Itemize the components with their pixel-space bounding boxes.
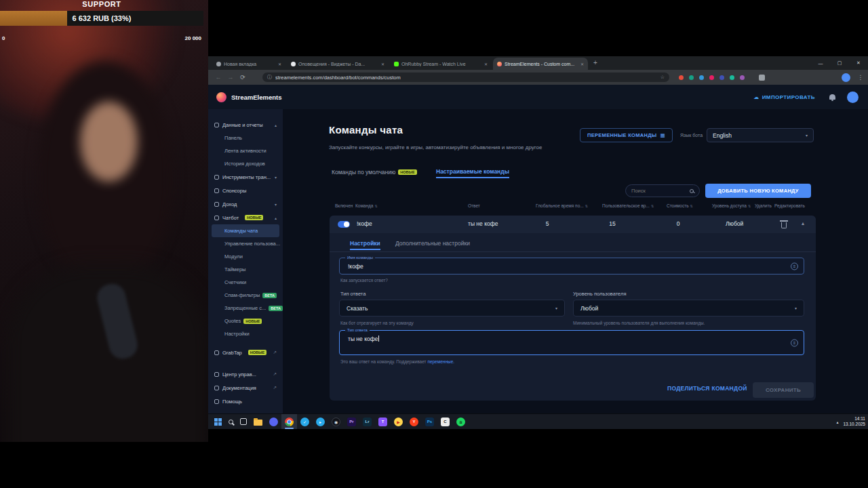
sidebar-item-grabtap[interactable]: GrabTap НОВЫЕ ↗ xyxy=(208,346,283,359)
delete-icon[interactable] xyxy=(781,222,787,228)
browser-tab-alerts[interactable]: Оповещения - Виджеты - Da... ✕ xyxy=(287,58,389,70)
command-response-field[interactable]: Тип ответа ты не кофе ≡ xyxy=(339,330,804,355)
extensions-menu-icon[interactable] xyxy=(759,75,765,81)
obs-button[interactable]: ◉ xyxy=(328,414,344,429)
sidebar-item-counters[interactable]: Счетчики xyxy=(208,276,283,289)
sidebar-item-timers[interactable]: Таймеры xyxy=(208,263,283,276)
lightroom-button[interactable]: Lr xyxy=(359,414,375,429)
column-header-access-level[interactable]: Уровень доступа⇅ xyxy=(712,203,751,208)
telegram-button[interactable]: ▸ xyxy=(313,414,328,429)
notifications-bell-icon[interactable] xyxy=(829,94,835,100)
bookmark-star-icon[interactable]: ☆ xyxy=(660,75,665,80)
variables-link[interactable]: переменные. xyxy=(427,359,454,364)
tab-close-icon[interactable]: ✕ xyxy=(381,62,384,66)
extension-icon[interactable] xyxy=(689,75,694,80)
tab-custom-commands[interactable]: Настраиваемые команды xyxy=(436,166,509,178)
twitch-button[interactable]: T xyxy=(375,414,391,429)
variables-commands-button[interactable]: ПЕРЕМЕННЫЕ КОМАНДЫ ▦ xyxy=(580,128,673,142)
hidden-icons-chevron[interactable]: ▴ xyxy=(836,420,838,424)
taskbar-search-button[interactable] xyxy=(225,414,237,429)
window-minimize-button[interactable]: — xyxy=(811,56,830,70)
file-explorer-button[interactable] xyxy=(250,414,266,429)
spotify-icon: ≋ xyxy=(456,418,465,426)
tab-default-commands[interactable]: Команды по умолчанию НОВЫЕ xyxy=(332,166,417,178)
browser-tab-newtab[interactable]: Новая вкладка ✕ xyxy=(212,58,285,70)
sidebar-item-sponsors[interactable]: Спонсоры xyxy=(208,184,283,197)
column-header-command[interactable]: Команда⇅ xyxy=(355,203,378,208)
tab-close-icon[interactable]: ✕ xyxy=(484,62,488,66)
sidebar-item-user-management[interactable]: Управление пользова... xyxy=(208,237,283,250)
browser-menu-icon[interactable]: ⋮ xyxy=(854,74,867,81)
sidebar-item-modules[interactable]: Модули xyxy=(208,250,283,263)
window-maximize-button[interactable]: ▢ xyxy=(830,56,849,70)
editor-tab-advanced[interactable]: Дополнительные настройки xyxy=(395,240,470,247)
extension-icon[interactable] xyxy=(709,75,714,80)
site-info-icon[interactable]: ⓘ xyxy=(267,74,272,81)
user-avatar[interactable] xyxy=(847,92,859,103)
photoshop-button[interactable]: Ps xyxy=(422,414,437,429)
add-command-button[interactable]: ДОБАВИТЬ НОВУЮ КОМАНДУ xyxy=(705,184,811,198)
tab-close-icon[interactable]: ✕ xyxy=(278,62,281,66)
command-row[interactable]: !кофе ты не кофе 5 15 0 Любой ▴ xyxy=(330,216,816,233)
collapse-row-icon[interactable]: ▴ xyxy=(802,220,804,226)
sidebar-item-banned-words[interactable]: Запрещенные с... БЕТА xyxy=(208,302,283,314)
reload-icon[interactable]: ⟳ xyxy=(237,74,249,81)
extension-icon[interactable] xyxy=(699,75,704,80)
commands-search[interactable] xyxy=(625,184,700,197)
import-button[interactable]: ☁ ИМПОРТИРОВАТЬ xyxy=(753,94,815,100)
task-view-button[interactable] xyxy=(237,414,250,429)
sidebar-item-revenue-history[interactable]: История доходов xyxy=(208,157,283,170)
insert-variable-icon[interactable]: ≡ xyxy=(791,262,798,270)
search-input[interactable] xyxy=(631,188,687,194)
sidebar-label: Инструменты тран... xyxy=(222,174,271,180)
extension-icon[interactable] xyxy=(730,75,734,80)
capcut-button[interactable]: C xyxy=(437,414,453,429)
sidebar-item-spam-filters[interactable]: Спам-фильтры БЕТА xyxy=(208,289,283,302)
chrome-button[interactable] xyxy=(281,414,297,429)
sidebar-item-docs[interactable]: Документация ↗ xyxy=(208,381,283,394)
sidebar-item-control-center[interactable]: Центр управ... ↗ xyxy=(208,367,283,381)
sidebar-item-stream-tools[interactable]: Инструменты тран... ▾ xyxy=(208,170,283,184)
editor-tab-settings[interactable]: Настройки xyxy=(350,240,380,250)
bot-language-select[interactable]: English ▾ xyxy=(707,128,814,142)
sidebar-item-chatbot[interactable]: Чатбот НОВЫЕ ▴ xyxy=(208,211,283,224)
back-icon[interactable]: ← xyxy=(212,74,224,81)
start-button[interactable] xyxy=(211,414,225,429)
window-close-button[interactable]: ✕ xyxy=(849,56,868,70)
sidebar-item-data-reports[interactable]: Данные и отчеты ▴ xyxy=(208,118,283,131)
reply-type-select[interactable]: Сказать ▾ xyxy=(339,300,565,317)
command-enabled-toggle[interactable] xyxy=(338,221,350,228)
taskbar-clock[interactable]: 14:11 13.10.2025 xyxy=(843,416,865,427)
premiere-button[interactable]: Pr xyxy=(344,414,359,429)
sidebar-item-quotes[interactable]: Quotes НОВЫЕ xyxy=(208,314,283,327)
sidebar-item-panel[interactable]: Панель xyxy=(208,131,283,144)
extension-icon[interactable] xyxy=(679,75,684,80)
sidebar-item-help[interactable]: Помощь xyxy=(208,394,283,408)
save-button[interactable]: СОХРАНИТЬ xyxy=(753,382,814,398)
column-header-user-cooldown[interactable]: Пользовательское вр...⇅ xyxy=(602,203,654,208)
music-button[interactable]: ▶ xyxy=(391,414,406,429)
sidebar-item-activity-feed[interactable]: Лента активности xyxy=(208,144,283,157)
discord-button[interactable] xyxy=(266,414,281,429)
command-name-field[interactable]: Имя команды !кофе ≡ xyxy=(339,258,804,274)
extension-icon[interactable] xyxy=(740,75,745,80)
browser-tab-stream[interactable]: OhRubby Stream - Watch Live ✕ xyxy=(390,58,492,70)
share-command-button[interactable]: ПОДЕЛИТЬСЯ КОМАНДОЙ xyxy=(667,385,747,392)
extension-icon[interactable] xyxy=(719,75,724,80)
spotify-button[interactable]: ≋ xyxy=(453,414,469,429)
user-level-select[interactable]: Любой ▾ xyxy=(573,300,804,317)
sidebar-item-settings[interactable]: Настройки xyxy=(208,327,283,340)
browser-tab-streamelements[interactable]: StreamElements - Custom com... ✕ xyxy=(493,58,588,70)
column-header-global-cooldown[interactable]: Глобальное время по...⇅ xyxy=(536,203,588,208)
insert-variable-icon[interactable]: ≡ xyxy=(791,339,798,346)
messenger-button[interactable]: ✓ xyxy=(297,414,313,429)
sidebar-item-revenue[interactable]: Доход ▾ xyxy=(208,197,283,211)
tab-close-icon[interactable]: ✕ xyxy=(580,62,584,66)
new-tab-button[interactable]: + xyxy=(593,58,597,68)
address-bar[interactable]: ⓘ streamelements.com/dashboard/bot/comma… xyxy=(262,73,669,82)
sidebar-item-chat-commands[interactable]: Команды чата xyxy=(212,224,279,237)
browser-profile-avatar[interactable] xyxy=(842,73,850,82)
forward-icon[interactable]: → xyxy=(224,74,237,81)
yandex-browser-button[interactable]: Y xyxy=(406,414,422,429)
column-header-cost[interactable]: Стоимость⇅ xyxy=(667,203,693,208)
